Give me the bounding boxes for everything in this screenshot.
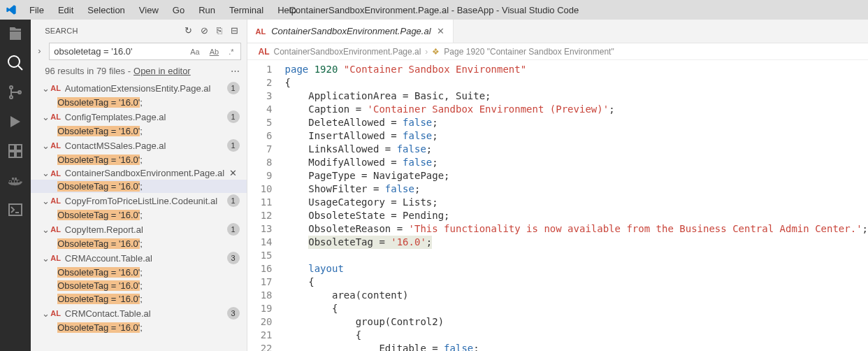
terminal-icon[interactable]	[7, 201, 24, 218]
breadcrumb-file[interactable]: ContainerSandboxEnvironment.Page.al	[274, 47, 421, 57]
results-summary: 96 results in 79 files -	[45, 66, 131, 76]
menu-file[interactable]: File	[24, 3, 50, 17]
open-in-editor-link[interactable]: Open in editor	[133, 66, 191, 76]
window-title: ContainerSandboxEnvironment.Page.al - Ba…	[289, 5, 579, 15]
activity-bar	[0, 20, 31, 351]
lang-badge: AL	[50, 309, 61, 317]
code-content[interactable]: page 1920 "Container Sandbox Environment…	[281, 60, 868, 351]
match-count-badge: 1	[227, 194, 240, 207]
search-match-row[interactable]: ObsoleteTag = '16.0';	[31, 321, 246, 334]
search-file-row[interactable]: ⌄ALCopyFromToPriceListLine.Codeunit.al1	[31, 193, 246, 208]
match-text: ObsoleteTag = '16.0';	[57, 322, 143, 333]
tab-title: ContainerSandboxEnvironment.Page.al	[271, 26, 431, 36]
match-word-icon[interactable]: Ab	[208, 47, 221, 57]
lang-badge: AL	[50, 113, 61, 121]
search-results: ⌄ALAutomationExtensionsEntity.Page.al1Ob…	[31, 80, 246, 351]
chevron-down-icon: ⌄	[42, 253, 49, 264]
chevron-down-icon: ⌄	[42, 112, 49, 122]
file-name: ContactMSSales.Page.al	[65, 141, 227, 151]
match-count-badge: 3	[227, 252, 240, 264]
search-file-row[interactable]: ⌄ALAutomationExtensionsEntity.Page.al1	[31, 80, 246, 96]
search-match-row[interactable]: ObsoleteTag = '16.0';	[31, 237, 246, 250]
chevron-down-icon: ⌄	[42, 168, 49, 178]
search-file-row[interactable]: ⌄ALCRMContact.Table.al3	[31, 306, 246, 321]
title-bar: FileEditSelectionViewGoRunTerminalHelp C…	[0, 0, 868, 20]
chevron-down-icon: ⌄	[42, 308, 49, 319]
search-match-row[interactable]: ObsoleteTag = '16.0';	[31, 208, 246, 222]
close-icon[interactable]: ✕	[437, 26, 444, 36]
match-count-badge: 3	[227, 307, 240, 320]
match-text: ObsoleteTag = '16.0';	[57, 267, 143, 278]
match-text: ObsoleteTag = '16.0';	[57, 210, 143, 220]
file-name: ConfigTemplates.Page.al	[65, 112, 227, 122]
regex-icon[interactable]: .*	[226, 47, 236, 57]
more-icon[interactable]: ⋯	[231, 66, 240, 76]
menu-terminal[interactable]: Terminal	[224, 3, 269, 17]
clear-icon[interactable]: ⊘	[201, 25, 208, 36]
search-input[interactable]	[54, 46, 188, 57]
lang-badge: AL	[50, 196, 61, 205]
menu-bar: FileEditSelectionViewGoRunTerminalHelp	[24, 3, 302, 17]
breadcrumb-symbol[interactable]: Page 1920 "Container Sandbox Environment…	[444, 47, 614, 57]
match-count-badge: 1	[227, 139, 240, 152]
source-control-icon[interactable]	[7, 84, 24, 101]
search-sidebar: Search ↻ ⊘ ⎘ ⊟ › Aa Ab .* 96 results in …	[31, 20, 247, 351]
match-count-badge: 1	[227, 223, 240, 236]
match-text: ObsoleteTag = '16.0';	[57, 181, 143, 192]
editor-area: AL ContainerSandboxEnvironment.Page.al ✕…	[247, 20, 868, 351]
search-file-row[interactable]: ⌄ALCRMAccount.Table.al3	[31, 250, 246, 266]
search-file-row[interactable]: ⌄ALContainerSandboxEnvironment.Page.al✕	[31, 166, 246, 180]
search-match-row[interactable]: ObsoleteTag = '16.0';	[31, 180, 246, 193]
file-name: CopyItem.Report.al	[65, 224, 227, 235]
file-name: CopyFromToPriceListLine.Codeunit.al	[65, 196, 227, 206]
lang-badge: AL	[256, 27, 266, 36]
explorer-icon[interactable]	[7, 25, 24, 42]
new-file-icon[interactable]: ⎘	[217, 25, 222, 36]
sidebar-title: Search	[45, 27, 178, 35]
search-icon[interactable]	[7, 55, 24, 71]
editor-tab[interactable]: AL ContainerSandboxEnvironment.Page.al ✕	[247, 20, 454, 43]
menu-view[interactable]: View	[133, 3, 164, 17]
code-editor[interactable]: 12345678910111213141516171819202122 page…	[247, 60, 868, 351]
menu-edit[interactable]: Edit	[52, 3, 79, 17]
match-text: ObsoleteTag = '16.0';	[57, 155, 143, 165]
menu-selection[interactable]: Selection	[82, 3, 130, 17]
search-file-row[interactable]: ⌄ALContactMSSales.Page.al1	[31, 138, 246, 153]
run-debug-icon[interactable]	[7, 113, 24, 130]
lang-badge: AL	[50, 84, 61, 92]
match-text: ObsoleteTag = '16.0';	[57, 294, 143, 304]
chevron-right-icon: ›	[425, 47, 428, 57]
docker-icon[interactable]	[7, 172, 24, 189]
search-file-row[interactable]: ⌄ALCopyItem.Report.al1	[31, 222, 246, 237]
menu-go[interactable]: Go	[167, 3, 190, 17]
editor-tabs: AL ContainerSandboxEnvironment.Page.al ✕	[247, 20, 868, 43]
breadcrumbs[interactable]: AL ContainerSandboxEnvironment.Page.al ›…	[247, 43, 868, 60]
search-match-row[interactable]: ObsoleteTag = '16.0';	[31, 96, 246, 109]
search-match-row[interactable]: ObsoleteTag = '16.0';	[31, 279, 246, 292]
lang-badge: AL	[259, 47, 270, 57]
search-match-row[interactable]: ObsoleteTag = '16.0';	[31, 266, 246, 279]
match-text: ObsoleteTag = '16.0';	[57, 238, 143, 249]
chevron-down-icon: ⌄	[42, 196, 49, 206]
refresh-icon[interactable]: ↻	[185, 25, 192, 36]
file-name: CRMContact.Table.al	[65, 308, 227, 319]
search-match-row[interactable]: ObsoleteTag = '16.0';	[31, 153, 246, 166]
chevron-down-icon: ⌄	[42, 141, 49, 151]
chevron-down-icon: ⌄	[42, 224, 49, 235]
search-match-row[interactable]: ObsoleteTag = '16.0';	[31, 124, 246, 138]
vscode-logo-icon	[6, 4, 17, 15]
collapse-icon[interactable]: ⊟	[231, 25, 238, 36]
line-gutter: 12345678910111213141516171819202122	[247, 60, 281, 351]
match-case-icon[interactable]: Aa	[188, 47, 201, 57]
search-file-row[interactable]: ⌄ALConfigTemplates.Page.al1	[31, 109, 246, 124]
match-text: ObsoleteTag = '16.0';	[57, 280, 143, 291]
close-icon[interactable]: ✕	[227, 168, 240, 178]
toggle-replace-icon[interactable]: ›	[38, 45, 41, 56]
menu-run[interactable]: Run	[193, 3, 221, 17]
lang-badge: AL	[50, 141, 61, 150]
match-count-badge: 1	[227, 82, 240, 94]
lang-badge: AL	[50, 169, 61, 178]
extensions-icon[interactable]	[7, 143, 24, 159]
match-text: ObsoleteTag = '16.0';	[57, 97, 143, 108]
search-match-row[interactable]: ObsoleteTag = '16.0';	[31, 292, 246, 306]
